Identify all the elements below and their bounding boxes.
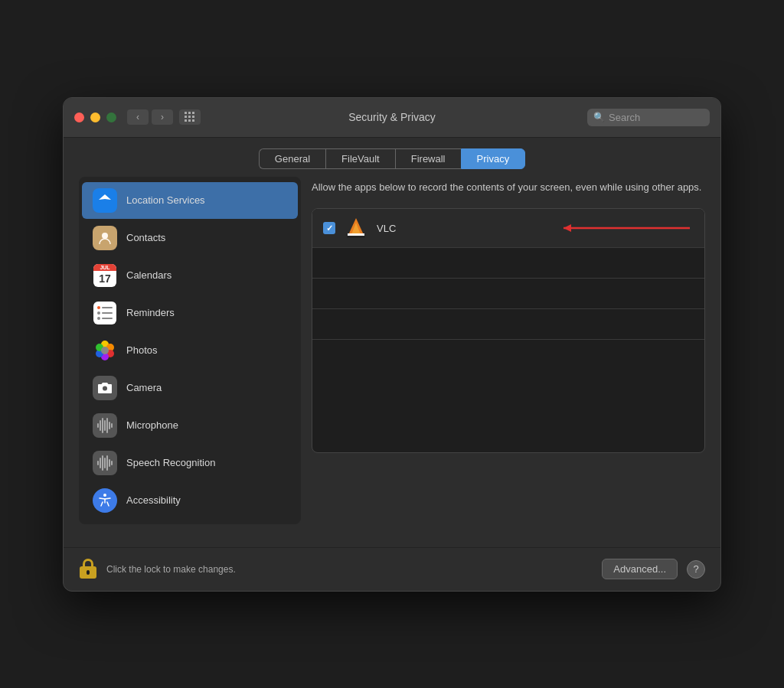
svg-point-1 (102, 233, 108, 239)
waveform-bars (95, 416, 115, 435)
maximize-button[interactable] (106, 112, 116, 122)
titlebar: ‹ › Security & Privacy 🔍 (64, 98, 720, 138)
check-icon: ✓ (326, 223, 333, 233)
calendars-icon: JUL 17 (93, 263, 117, 288)
vlc-app-name: VLC (377, 223, 396, 234)
red-arrow (556, 219, 694, 237)
sidebar-label-photos: Photos (126, 344, 157, 356)
sidebar-label-reminders: Reminders (126, 307, 175, 318)
cal-day: 17 (93, 271, 116, 287)
svg-point-10 (103, 494, 106, 497)
sidebar-label-calendars: Calendars (126, 269, 172, 281)
nav-buttons: ‹ › (127, 109, 201, 125)
camera-icon (93, 376, 117, 400)
svg-point-9 (103, 386, 107, 390)
lock-shackle (83, 559, 93, 566)
empty-row-2 (312, 279, 704, 309)
window-title: Security & Privacy (348, 111, 436, 123)
svg-rect-13 (348, 233, 364, 236)
lock-keyhole (87, 570, 90, 575)
cal-month: JUL (93, 264, 116, 271)
sidebar-item-speech[interactable]: Speech Recognition (82, 445, 298, 481)
tab-privacy[interactable]: Privacy (461, 148, 526, 169)
minimize-button[interactable] (90, 112, 100, 122)
sidebar-item-microphone[interactable]: Microphone (82, 407, 298, 444)
speech-waveform-bars (95, 453, 115, 473)
grid-icon (185, 112, 195, 122)
empty-row-1 (312, 248, 704, 279)
vlc-checkbox[interactable]: ✓ (323, 222, 335, 234)
sidebar-label-location: Location Services (126, 194, 205, 206)
speech-icon (93, 451, 117, 475)
microphone-icon (93, 413, 117, 438)
lock-body (80, 566, 96, 579)
sidebar-item-accessibility[interactable]: Accessibility (82, 482, 298, 519)
sidebar-item-calendars[interactable]: JUL 17 Calendars (82, 257, 298, 294)
contacts-icon (93, 226, 117, 250)
svg-point-8 (101, 347, 109, 354)
sidebar-item-camera[interactable]: Camera (82, 370, 298, 406)
advanced-button[interactable]: Advanced... (602, 559, 678, 579)
svg-rect-14 (347, 236, 365, 238)
accessibility-icon (93, 488, 117, 513)
grid-button[interactable] (179, 109, 201, 125)
tab-filevault[interactable]: FileVault (325, 148, 395, 169)
sidebar-label-accessibility: Accessibility (126, 494, 181, 506)
search-input[interactable] (609, 112, 704, 123)
photos-icon (93, 338, 117, 363)
table-row: ✓ (312, 209, 704, 248)
back-button[interactable]: ‹ (127, 109, 149, 125)
search-icon: 🔍 (593, 112, 605, 122)
tab-firewall[interactable]: Firewall (395, 148, 461, 169)
right-panel: Allow the apps below to record the conte… (312, 177, 705, 524)
location-icon (93, 188, 117, 213)
sidebar-label-microphone: Microphone (126, 419, 178, 431)
lock-text: Click the lock to make changes. (106, 564, 593, 575)
description-text: Allow the apps below to record the conte… (312, 177, 705, 198)
sidebar-item-contacts[interactable]: Contacts (82, 220, 298, 256)
main-window: ‹ › Security & Privacy 🔍 General FileVau… (63, 97, 721, 592)
lock-icon[interactable] (79, 559, 97, 580)
empty-row-3 (312, 309, 704, 340)
reminders-icon (93, 301, 117, 325)
traffic-lights (74, 112, 116, 122)
sidebar-label-camera: Camera (126, 382, 162, 393)
vlc-icon (345, 217, 368, 240)
forward-button[interactable]: › (152, 109, 173, 125)
bottom-bar: Click the lock to make changes. Advanced… (64, 547, 720, 591)
sidebar-label-contacts: Contacts (126, 232, 165, 243)
empty-row-4 (312, 340, 704, 370)
sidebar-item-reminders[interactable]: Reminders (82, 295, 298, 331)
close-button[interactable] (74, 112, 84, 122)
search-box[interactable]: 🔍 (587, 109, 710, 126)
sidebar-item-location[interactable]: Location Services (82, 182, 298, 219)
tab-general[interactable]: General (259, 148, 325, 169)
apps-list: ✓ (312, 208, 705, 453)
help-button[interactable]: ? (687, 560, 705, 579)
sidebar-item-photos[interactable]: Photos (82, 332, 298, 369)
tabs-bar: General FileVault Firewall Privacy (64, 138, 720, 177)
main-content: Location Services Contacts JUL (64, 177, 720, 540)
sidebar: Location Services Contacts JUL (79, 177, 301, 524)
svg-marker-16 (564, 224, 571, 232)
sidebar-label-speech: Speech Recognition (126, 457, 215, 468)
